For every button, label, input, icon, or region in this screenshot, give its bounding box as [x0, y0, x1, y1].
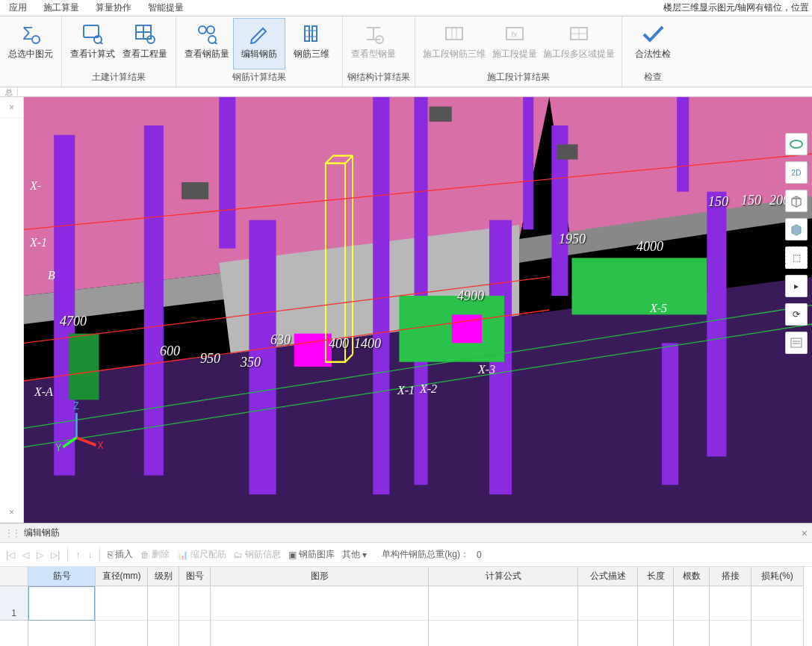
svg-line-12 — [214, 42, 217, 44]
row-number-1[interactable]: 1 — [0, 586, 28, 621]
last-button: ▷| — [51, 550, 60, 560]
svg-rect-37 — [414, 97, 427, 485]
refresh-tool[interactable]: ⟳ — [785, 303, 808, 326]
svg-point-10 — [207, 26, 214, 34]
svg-point-9 — [199, 26, 206, 34]
svg-text:X: X — [97, 439, 103, 452]
svg-rect-70 — [791, 338, 802, 347]
orbit-tool[interactable] — [785, 133, 808, 155]
col-level[interactable]: 级别 — [148, 567, 179, 586]
other-dropdown[interactable]: 其他 ▾ — [342, 548, 367, 561]
rebar-3d-button[interactable]: 钢筋三维 — [285, 18, 338, 69]
col-loss[interactable]: 损耗(%) — [751, 567, 803, 586]
cell-ms-1[interactable] — [578, 586, 637, 621]
seg-extract-button: fx 施工段提量 — [489, 18, 541, 69]
svg-line-4 — [100, 42, 103, 44]
dim-annotation: 4900 — [457, 288, 484, 304]
svg-rect-33 — [144, 125, 164, 476]
col-splice[interactable]: 搭接 — [710, 567, 751, 586]
edit-rebar-button[interactable]: 编辑钢筋 — [233, 18, 285, 69]
col-length[interactable]: 长度 — [638, 567, 673, 586]
view-engineering-qty-button[interactable]: 查看工程量 — [119, 18, 171, 69]
view-toolbar: 2D ⬚ ▸ ⟳ — [785, 133, 808, 354]
viewport-3d[interactable]: X Y Z 4700600950350630400140049001950400… — [24, 97, 812, 523]
group-label-0 — [4, 82, 57, 87]
cell-gn-1[interactable] — [674, 586, 709, 621]
svg-rect-48 — [452, 314, 482, 343]
tab-app[interactable]: 应用 — [3, 0, 33, 16]
edit-rebar-panel: ⋮⋮ 编辑钢筋 × |◁ ◁ ▷ ▷| ↑ ↓ ⎘ 插入 🗑 删除 📊 缩尺配筋… — [0, 523, 812, 646]
ribbon: Σ 总选中图元 查看计算式 查看工程量 土建计算结果 查看钢筋量 — [0, 16, 812, 87]
view-calc-formula-button[interactable]: 查看计算式 — [66, 18, 119, 69]
dim-annotation: 600 — [160, 344, 180, 359]
cell-sh-1[interactable] — [751, 586, 803, 621]
svg-rect-41 — [677, 97, 689, 192]
cell-lv-1[interactable] — [148, 586, 179, 621]
cell-jinhao-1[interactable] — [28, 586, 95, 621]
close-panel-1[interactable]: × — [0, 97, 23, 118]
left-gutter: × × — [0, 97, 24, 523]
rebar-info-button: 🗂 钢筋信息 — [234, 548, 281, 561]
col-shape[interactable]: 图形 — [211, 567, 428, 586]
list-tool[interactable] — [785, 332, 808, 354]
svg-text:Y: Y — [55, 441, 61, 453]
cell-shape-1[interactable] — [211, 586, 428, 621]
dim-annotation: 350 — [241, 355, 261, 370]
cell-th-1[interactable] — [179, 586, 210, 621]
edit-icon — [247, 22, 272, 46]
rebar-library-button[interactable]: ▣ 钢筋图库 — [288, 548, 335, 561]
panel-close-button[interactable]: × — [802, 527, 808, 539]
dim-annotation: 630 — [270, 332, 291, 348]
total-selected-button[interactable]: Σ 总选中图元 — [4, 18, 57, 82]
panel-toolbar: |◁ ◁ ▷ ▷| ↑ ↓ ⎘ 插入 🗑 删除 📊 缩尺配筋 🗂 钢筋信息 ▣ … — [0, 543, 812, 567]
segfx-icon: fx — [502, 22, 527, 46]
dim-annotation: 4000 — [636, 239, 663, 255]
down-button: ↓ — [87, 550, 92, 560]
tab-smart-extract[interactable]: 智能提量 — [142, 0, 190, 16]
dim-annotation: 1400 — [354, 336, 381, 352]
col-desc[interactable]: 公式描述 — [578, 567, 637, 586]
first-button: |◁ — [6, 550, 15, 560]
panel-grip-icon[interactable]: ⋮⋮ — [4, 528, 19, 538]
rebar-table[interactable]: 1 筋号 直径(mm) 级别 图号 图形 计算公式 公式描述 长度 根数 搭接 … — [0, 567, 812, 646]
next-button: ▷ — [37, 550, 43, 560]
model-svg: X Y Z — [24, 97, 812, 523]
cell-dia-1[interactable] — [96, 586, 147, 621]
group-label-4: 施工段计算结果 — [420, 69, 617, 87]
axis-label: X-3 — [478, 363, 495, 376]
seg3d-icon — [441, 22, 467, 46]
col-tuhao[interactable]: 图号 — [179, 567, 210, 586]
svg-rect-18 — [446, 28, 462, 40]
expand-tool[interactable]: ▸ — [785, 275, 808, 297]
validate-button[interactable]: 合法性检 — [627, 18, 679, 69]
tab-construction-qty[interactable]: 施工算量 — [37, 0, 85, 16]
segmulti-icon — [566, 22, 592, 46]
up-button: ↑ — [75, 550, 80, 560]
cube-solid-icon[interactable] — [785, 218, 808, 240]
cell-dj-1[interactable] — [710, 586, 751, 621]
axis-label: B — [48, 269, 55, 282]
scale-rebar-button: 📊 缩尺配筋 — [177, 548, 226, 561]
total-weight-label: 单构件钢筋总重(kg)： — [382, 548, 469, 561]
col-count[interactable]: 根数 — [674, 567, 709, 586]
svg-rect-42 — [707, 192, 726, 457]
col-diameter[interactable]: 直径(mm) — [96, 567, 147, 586]
cube-wire-icon[interactable] — [785, 190, 808, 212]
col-formula[interactable]: 计算公式 — [429, 567, 577, 586]
total-weight-value: 0 — [477, 550, 482, 560]
axis-label: X-A — [34, 385, 53, 399]
cell-cd-1[interactable] — [638, 586, 673, 621]
seg-rebar-3d-button: 施工段钢筋三维 — [420, 18, 489, 69]
cell-gs-1[interactable] — [429, 586, 577, 621]
tab-qty-collab[interactable]: 算量协作 — [90, 0, 137, 16]
close-panel-2[interactable]: × — [0, 502, 23, 523]
view-rebar-qty-button[interactable]: 查看钢筋量 — [181, 18, 233, 69]
insert-row-button[interactable]: ⎘ 插入 — [108, 548, 133, 561]
group-label-5: 检查 — [627, 69, 679, 87]
view-2d-button[interactable]: 2D — [785, 161, 808, 184]
col-jinhao[interactable]: 筋号 — [28, 567, 95, 586]
axis-label: X-1 — [30, 236, 47, 249]
dim-annotation: 950 — [200, 351, 220, 367]
axis-label: X- — [30, 179, 41, 193]
section-tool[interactable]: ⬚ — [785, 246, 808, 269]
